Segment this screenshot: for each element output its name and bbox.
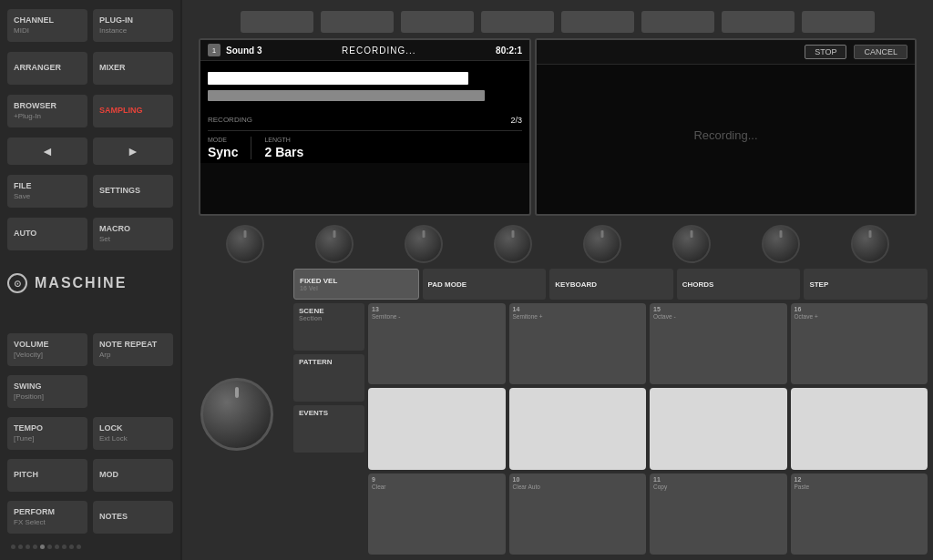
recording-status: RECORDING... — [342, 46, 415, 56]
pad-11[interactable]: 11 Copy — [650, 473, 787, 555]
macro-button[interactable]: MACRO Set — [93, 218, 173, 250]
knob-5[interactable] — [583, 225, 621, 263]
volume-button[interactable]: VOLUME [Velocity] — [7, 333, 87, 366]
scene-column: SCENE Section PATTERN EVENTS — [293, 303, 364, 555]
btn-row-3: BROWSER +Plug-In SAMPLING — [7, 95, 173, 127]
btn-row-1: CHANNEL MIDI PLUG-IN Instance — [7, 9, 173, 42]
sampling-button[interactable]: SAMPLING — [93, 95, 173, 127]
sound-info: 1 Sound 3 — [208, 44, 261, 56]
main-encoder[interactable] — [200, 378, 273, 451]
lock-button[interactable]: LOCK Ext Lock — [93, 417, 173, 450]
fn-button-7[interactable] — [722, 11, 795, 33]
pad-9[interactable]: 9 Clear — [368, 473, 506, 555]
recording-counter: 2/3 — [510, 116, 522, 125]
pad-6[interactable] — [509, 388, 647, 469]
fn-button-8[interactable] — [802, 11, 875, 33]
swing-button[interactable]: SWING [Position] — [7, 375, 87, 408]
recording-info: Recording 2/3 MODE Sync LENGTH 2 Bars — [200, 108, 529, 163]
led-8 — [62, 545, 67, 549]
channel-button[interactable]: CHANNEL MIDI — [7, 9, 87, 42]
events-button[interactable]: EVENTS — [293, 405, 364, 453]
sound-name: Sound 3 — [226, 46, 261, 56]
encoder-indicator — [235, 387, 239, 398]
fixed-vel-button[interactable]: FIXED VEL 16 Vel — [293, 269, 419, 300]
btn-row-nav: ◄ ► — [7, 137, 173, 165]
mixer-button[interactable]: MIXER — [93, 52, 173, 85]
nav-right-button[interactable]: ► — [93, 137, 173, 165]
btn-row-5: FILE Save SETTINGS — [7, 175, 173, 208]
screen-b: STOP CANCEL Recording... — [535, 38, 917, 216]
length-value: 2 Bars — [264, 145, 303, 159]
keyboard-button[interactable]: KEYBOARD — [549, 269, 673, 300]
length-param: LENGTH 2 Bars — [264, 137, 303, 159]
right-panel: 1 Sound 3 RECORDING... 80:2:1 Recording … — [182, 0, 933, 560]
pitch-button[interactable]: PITCH — [7, 459, 87, 492]
waveform-bar-1 — [208, 72, 468, 85]
pad-8[interactable] — [791, 388, 928, 469]
cancel-button[interactable]: CANCEL — [854, 45, 907, 59]
fn-button-1[interactable] — [241, 11, 313, 33]
pad-13[interactable]: 13 Semitone - — [368, 303, 506, 384]
fn-button-5[interactable] — [561, 11, 634, 33]
pad-16[interactable]: 16 Octave + — [791, 303, 928, 384]
pad-10[interactable]: 10 Clear Auto — [509, 473, 647, 555]
pattern-button[interactable]: PATTERN — [293, 354, 364, 402]
screen-a: 1 Sound 3 RECORDING... 80:2:1 Recording … — [199, 38, 531, 216]
function-buttons-bar — [182, 0, 933, 38]
led-1 — [11, 545, 15, 549]
btn-row-2: ARRANGER MIXER — [7, 52, 173, 85]
led-7 — [55, 545, 59, 549]
notes-button[interactable]: NOTES — [93, 501, 173, 534]
mod-button[interactable]: MOD — [93, 459, 173, 492]
led-10 — [77, 545, 81, 549]
pad-15[interactable]: 15 Octave - — [650, 303, 787, 384]
plugin-button[interactable]: PLUG-IN Instance — [93, 9, 173, 42]
file-button[interactable]: FILE Save — [7, 175, 87, 208]
sound-num: 1 — [208, 44, 220, 56]
pad-7[interactable] — [650, 388, 787, 469]
knob-2[interactable] — [315, 225, 354, 263]
screen-a-header: 1 Sound 3 RECORDING... 80:2:1 — [200, 40, 529, 61]
tempo-button[interactable]: TEMPO [Tune] — [7, 417, 87, 450]
mode-param: MODE Sync — [208, 137, 251, 159]
note-repeat-button[interactable]: NOTE REPEAT Arp — [93, 333, 173, 366]
step-button[interactable]: STEP — [804, 269, 928, 300]
knob-6[interactable] — [672, 225, 711, 263]
auto-button[interactable]: AUTO — [7, 218, 87, 250]
led-2 — [18, 545, 23, 549]
left-panel: CHANNEL MIDI PLUG-IN Instance ARRANGER M… — [0, 0, 182, 560]
recording-indicator: Recording... — [693, 128, 757, 142]
stop-button[interactable]: STOP — [805, 45, 846, 59]
bottom-section: FIXED VEL 16 Vel PAD MODE KEYBOARD CHORD… — [182, 269, 933, 560]
fn-button-2[interactable] — [321, 11, 394, 33]
bottom-left-btns: VOLUME [Velocity] NOTE REPEAT Arp SWING … — [7, 333, 173, 551]
pad-14[interactable]: 14 Semitone + — [509, 303, 647, 384]
fn-button-3[interactable] — [401, 11, 474, 33]
mode-value: Sync — [208, 145, 238, 159]
fn-button-4[interactable] — [481, 11, 554, 33]
vol-swing-row: VOLUME [Velocity] NOTE REPEAT Arp — [7, 333, 173, 366]
pads-grid: 13 Semitone - 14 Semitone + 15 Octave - — [368, 303, 928, 555]
fn-button-6[interactable] — [641, 11, 714, 33]
pad-12[interactable]: 12 Paste — [791, 473, 928, 555]
knob-4[interactable] — [494, 225, 532, 263]
knob-3[interactable] — [405, 225, 443, 263]
arranger-button[interactable]: ARRANGER — [7, 52, 87, 85]
pad-mode-button[interactable]: PAD MODE — [423, 269, 547, 300]
knobs-strip — [182, 219, 933, 269]
browser-button[interactable]: BROWSER +Plug-In — [7, 95, 87, 127]
logo-icon: ⊙ — [7, 273, 27, 293]
chords-button[interactable]: CHORDS — [677, 269, 801, 300]
knob-7[interactable] — [762, 225, 800, 263]
pad-5[interactable] — [368, 388, 506, 469]
scene-button[interactable]: SCENE Section — [293, 303, 364, 351]
perform-notes-row: PERFORM FX Select NOTES — [7, 501, 173, 534]
settings-button[interactable]: SETTINGS — [93, 175, 173, 208]
knob-1[interactable] — [226, 225, 264, 263]
perform-button[interactable]: PERFORM FX Select — [7, 501, 87, 534]
knob-8[interactable] — [851, 225, 889, 263]
screen-b-controls: STOP CANCEL — [537, 40, 915, 65]
led-3 — [26, 545, 30, 549]
nav-left-button[interactable]: ◄ — [7, 137, 87, 165]
screen-b-content: Recording... — [537, 65, 915, 206]
